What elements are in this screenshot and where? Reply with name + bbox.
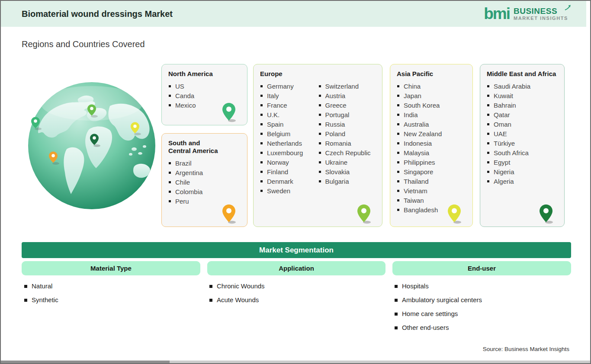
bmi-logo: bmi BUSINESS MARKET INSIGHTS [484,5,568,22]
country-item: Kuwait [486,91,558,101]
country-item: Qatar [486,110,558,120]
country-item: Indonesia [396,139,466,148]
region-title: Asia Pacific [397,70,466,78]
section-title: Regions and Countries Covered [22,39,145,49]
segment-item: Synthetic [24,296,58,304]
segment-item: Chronic Wounds [209,282,265,290]
country-item: Greece [318,101,376,110]
map-pin-icon [221,204,237,224]
region-card-north-america: North America US Canda Mexico [161,64,247,125]
country-columns: Germany Italy France U.K. Spain Belgium … [260,82,376,196]
segment-item: Natural [24,282,58,290]
country-item: Brazil [168,159,241,168]
country-item: Luxembourg [260,148,318,158]
segment-list-end-user: Hospitals Ambulatory surgical centers Ho… [395,282,482,338]
country-item: Bahrain [486,101,558,110]
country-item: Poland [318,129,376,139]
segment-item: Ambulatory surgical centers [395,296,482,304]
infographic-page: Biomaterial wound dressings Market bmi B… [0,0,591,364]
region-card-south-central-america: South and Central America Brazil Argenti… [161,133,247,227]
country-item: Australia [396,120,466,129]
region-title: Middle East and Africa [487,70,558,78]
country-item: Finland [260,167,318,177]
country-item: South Africa [486,148,558,158]
country-item: South Korea [396,101,466,110]
country-item: Türkiye [486,139,558,148]
logo-line2: MARKET INSIGHTS [514,16,568,21]
country-item: Japan [396,91,466,101]
country-item: UAE [486,129,558,139]
country-item: Singapore [396,167,466,177]
region-card-asia-pacific: Asia Pacific China Japan South Korea Ind… [390,64,473,227]
country-item: Thailand [396,177,466,186]
country-item: U.K. [260,110,318,120]
country-list: Brazil Argentina Chile Colombia Peru [168,159,241,206]
country-item: China [396,82,466,91]
region-title: North America [168,70,241,78]
country-item: Chile [168,178,241,187]
segment-header-end-user: End-user [392,261,571,275]
segment-header-application: Application [207,261,385,275]
country-item: Austria [318,91,376,101]
page-title: Biomaterial wound dressings Market [22,1,173,27]
country-item: Egypt [486,158,558,167]
country-item: Italy [260,91,318,101]
country-item: Romania [318,139,376,148]
country-item: Norway [260,158,318,167]
country-item: US [168,82,241,91]
map-pin-icon [356,204,372,224]
segment-item: Home care settings [395,310,482,318]
segment-item: Hospitals [395,282,482,290]
country-item: Oman [486,120,558,129]
logo-arrow-icon [565,5,571,11]
logo-mark: bmi [484,5,510,22]
country-item: Argentina [168,168,241,178]
scrollbar-thumb[interactable] [1,361,170,363]
logo-line1: BUSINESS [514,7,568,16]
segment-header-material-type: Material Type [22,261,200,275]
map-pin-icon [538,204,554,224]
country-item: Germany [260,82,318,91]
country-item: Philippines [396,158,466,167]
logo-text: BUSINESS MARKET INSIGHTS [514,7,568,21]
country-item: Bulgaria [318,177,376,186]
segmentation-banner: Market Segmentation [22,242,571,258]
country-item: Canda [168,91,241,101]
country-item: Netherlands [260,139,318,148]
country-item: Czech Republic [318,148,376,158]
globe-illustration [27,81,157,211]
segment-item: Other end-users [395,324,482,332]
country-item: Denmark [260,177,318,186]
country-item: New Zealand [396,129,466,139]
region-card-middle-east-africa: Middle East and Africa Saudi Arabia Kuwa… [480,64,565,227]
country-item: Vietnam [396,186,466,196]
header-bar: Biomaterial wound dressings Market bmi B… [1,1,586,27]
segment-list-material-type: Natural Synthetic [24,282,58,310]
region-card-europe: Europe Germany Italy France U.K. Spain B… [253,64,382,227]
country-item: Sweden [260,186,318,196]
country-list: Saudi Arabia Kuwait Bahrain Qatar Oman U… [486,82,558,186]
country-item: Saudi Arabia [486,82,558,91]
country-item: Portugal [318,110,376,120]
country-item: Algeria [486,177,558,186]
source-note: Source: Business Market Insights [483,346,569,352]
horizontal-scrollbar[interactable] [1,361,590,363]
segment-list-application: Chronic Wounds Acute Wounds [209,282,265,310]
segment-item: Acute Wounds [209,296,265,304]
country-item: Colombia [168,187,241,197]
region-title: Europe [260,70,376,78]
country-list: China Japan South Korea India Australia … [396,82,466,215]
country-item: Nigeria [486,167,558,177]
region-title: South and Central America [168,139,221,155]
country-list: Germany Italy France U.K. Spain Belgium … [260,82,318,196]
map-pin-icon [446,204,462,224]
country-item: Ukraine [318,158,376,167]
map-pin-icon [221,102,237,122]
country-list: Switzerland Austria Greece Portugal Russ… [318,82,376,196]
country-item: Belgium [260,129,318,139]
country-item: Russia [318,120,376,129]
country-item: Spain [260,120,318,129]
country-item: Slovakia [318,167,376,177]
country-item: France [260,101,318,110]
country-item: Malaysia [396,148,466,158]
